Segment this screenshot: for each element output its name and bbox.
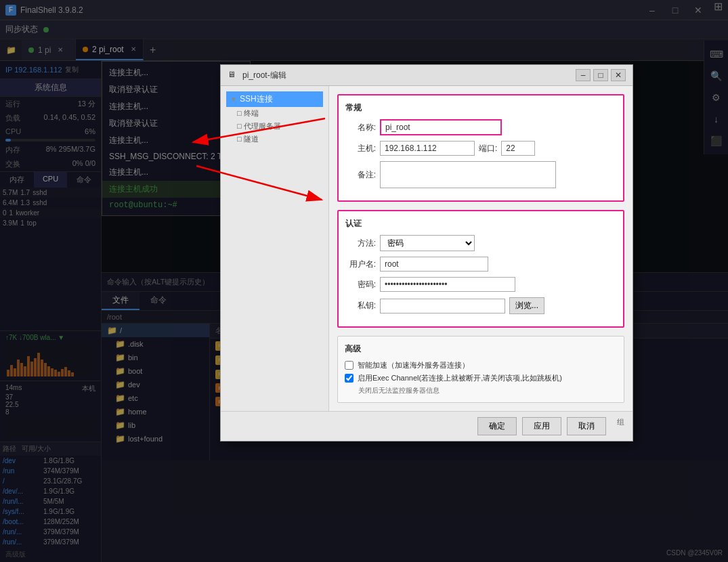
cancel-button[interactable]: 取消 [567, 417, 606, 435]
modal-max-button[interactable]: □ [593, 69, 608, 81]
nav-terminal[interactable]: □ 终端 [226, 107, 323, 120]
nav-proxy[interactable]: □ 代理服务器 [226, 120, 323, 133]
notes-label: 备注: [345, 169, 376, 181]
modal-min-button[interactable]: – [576, 69, 591, 81]
password-input[interactable] [380, 277, 515, 292]
key-label: 私钥: [345, 300, 376, 311]
user-row: 用户名: [345, 257, 616, 272]
exec-channel-row: 启用Exec Channel(若连接上就被断开,请关闭该项,比如跳板机) [345, 373, 617, 383]
username-input[interactable] [380, 257, 488, 272]
method-row: 方法: 密码 [345, 235, 616, 251]
modal-icon: 🖥 [228, 70, 238, 81]
nav-tunnel[interactable]: □ 隧道 [226, 133, 323, 146]
modal-footer: 确定 应用 取消 组 [221, 411, 633, 441]
method-label: 方法: [345, 238, 376, 249]
notes-row: 备注: [345, 161, 616, 188]
key-input[interactable] [380, 299, 505, 314]
port-input[interactable] [501, 141, 535, 156]
group-label: 组 [617, 417, 624, 435]
host-row: 主机: 端口: [345, 141, 616, 156]
port-label: 端口: [479, 143, 497, 154]
modal-controls: – □ ✕ [576, 69, 626, 81]
modal-titlebar: 🖥 pi_root-编辑 – □ ✕ [221, 65, 633, 86]
name-input[interactable] [380, 119, 502, 135]
modal-close-button[interactable]: ✕ [611, 69, 626, 81]
nav-ssh-connection[interactable]: ▼ SSH连接 [226, 91, 323, 107]
name-row: 名称: [345, 119, 616, 135]
advanced-title: 高级 [345, 343, 617, 355]
auth-section: 认证 方法: 密码 用户名: 密码: 私钥: [337, 210, 624, 328]
pass-label: 密码: [345, 279, 376, 290]
exec-channel-checkbox[interactable] [345, 374, 354, 383]
method-select[interactable]: 密码 [380, 235, 475, 251]
browse-button[interactable]: 浏览... [509, 297, 544, 314]
modal-title: pi_root-编辑 [242, 70, 572, 81]
host-input[interactable] [380, 141, 475, 156]
user-label: 用户名: [345, 259, 376, 270]
exec-channel-label: 启用Exec Channel(若连接上就被断开,请关闭该项,比如跳板机) [358, 373, 562, 383]
smart-accel-row: 智能加速（加速海外服务器连接） [345, 360, 617, 370]
ok-button[interactable]: 确定 [477, 417, 517, 435]
modal-nav: ▼ SSH连接 □ 终端 □ 代理服务器 □ 隧道 [221, 86, 329, 411]
notes-input[interactable] [380, 161, 556, 188]
general-section: 常规 名称: 主机: 端口: 备注: [337, 94, 624, 202]
key-row: 私钥: 浏览... [345, 297, 616, 314]
general-title: 常规 [345, 102, 616, 114]
edit-modal: 🖥 pi_root-编辑 – □ ✕ ▼ SSH连接 □ 终端 □ 代理服务器 … [220, 64, 633, 441]
exec-channel-info: 关闭后无法监控服务器信息 [358, 386, 617, 395]
nav-item-label: SSH连接 [240, 93, 273, 105]
apply-button[interactable]: 应用 [522, 417, 561, 435]
smart-accel-label: 智能加速（加速海外服务器连接） [358, 360, 469, 370]
smart-accel-checkbox[interactable] [345, 361, 354, 370]
modal-body: ▼ SSH连接 □ 终端 □ 代理服务器 □ 隧道 常规 名称: 主机: 端口: [221, 86, 633, 411]
host-label: 主机: [345, 143, 376, 154]
advanced-section: 高级 智能加速（加速海外服务器连接） 启用Exec Channel(若连接上就被… [337, 336, 624, 403]
modal-content: 常规 名称: 主机: 端口: 备注: 认证 [329, 86, 633, 411]
pass-row: 密码: [345, 277, 616, 292]
expand-icon: ▼ [230, 95, 237, 103]
auth-title: 认证 [345, 218, 616, 230]
name-label: 名称: [345, 122, 376, 133]
